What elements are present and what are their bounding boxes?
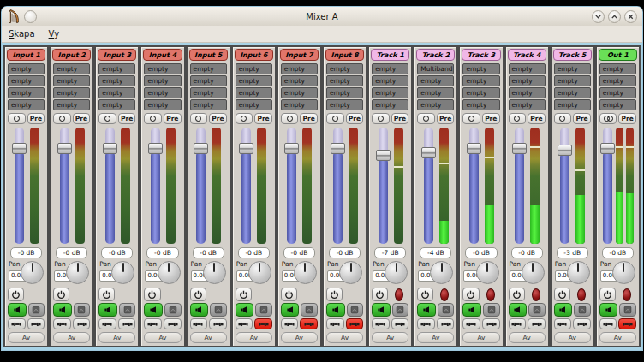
power-button[interactable] [417, 288, 433, 301]
volume-fader[interactable] [602, 128, 613, 244]
pan-knob[interactable] [567, 261, 590, 284]
plugin-slot[interactable]: empty [372, 87, 408, 98]
plugin-slot[interactable]: empty [53, 87, 90, 98]
input-plug-button[interactable] [281, 318, 299, 329]
fader-handle[interactable] [148, 143, 163, 154]
pan-knob[interactable] [66, 261, 89, 284]
pre-fader-button[interactable]: Pre [300, 113, 318, 124]
input-plug-button[interactable] [417, 318, 435, 329]
plugin-slot[interactable]: empty [599, 63, 636, 74]
power-button[interactable] [281, 288, 297, 301]
minimize-button[interactable] [592, 10, 605, 23]
mono-stereo-button[interactable] [417, 113, 435, 124]
monitor-button[interactable] [119, 303, 136, 317]
speaker-button[interactable] [554, 303, 573, 317]
volume-fader[interactable] [468, 128, 480, 244]
output-plug-button[interactable] [254, 318, 272, 329]
power-button[interactable] [599, 288, 616, 301]
monitor-button[interactable] [528, 303, 546, 317]
pan-knob[interactable] [522, 261, 545, 284]
record-button[interactable] [617, 288, 636, 301]
volume-fader[interactable] [59, 128, 70, 244]
plugin-slot[interactable]: empty [144, 63, 181, 74]
off-button[interactable]: Av [372, 332, 408, 343]
pan-knob[interactable] [612, 261, 635, 284]
input-plug-button[interactable] [236, 318, 253, 329]
plugin-slot[interactable]: empty [326, 75, 363, 86]
pre-fader-button[interactable]: Pre [391, 113, 409, 124]
speaker-button[interactable] [98, 303, 117, 317]
output-plug-button[interactable] [73, 318, 91, 329]
pan-knob[interactable] [476, 261, 499, 284]
power-button[interactable] [372, 288, 388, 301]
record-button[interactable] [435, 288, 454, 301]
monitor-button[interactable] [301, 303, 318, 317]
pan-knob[interactable] [248, 261, 271, 284]
mono-stereo-button[interactable] [599, 113, 617, 124]
input-plug-button[interactable] [190, 318, 208, 329]
speaker-button[interactable] [599, 303, 618, 317]
output-plug-button[interactable] [164, 318, 182, 329]
pan-knob[interactable] [21, 261, 44, 284]
plugin-slot[interactable]: empty [190, 75, 227, 86]
mono-stereo-button[interactable] [326, 113, 344, 124]
pan-knob[interactable] [294, 261, 317, 284]
speaker-button[interactable] [462, 303, 481, 317]
record-button[interactable] [572, 288, 591, 301]
fader-handle[interactable] [512, 143, 527, 154]
pre-fader-button[interactable]: Pre [164, 113, 182, 124]
plugin-slot[interactable]: empty [417, 75, 454, 86]
output-plug-button[interactable] [346, 318, 364, 329]
pre-fader-button[interactable]: Pre [27, 113, 45, 124]
fader-handle[interactable] [103, 143, 117, 154]
mono-stereo-button[interactable] [462, 113, 480, 124]
pan-knob[interactable] [203, 261, 226, 284]
monitor-button[interactable] [438, 303, 455, 317]
plugin-slot[interactable]: empty [190, 87, 227, 98]
output-plug-button[interactable] [437, 318, 455, 329]
output-plug-button[interactable] [482, 318, 500, 329]
pre-fader-button[interactable]: Pre [118, 113, 136, 124]
fader-handle[interactable] [57, 143, 72, 154]
off-button[interactable]: Av [554, 332, 591, 343]
plugin-slot[interactable]: empty [281, 87, 318, 98]
power-button[interactable] [462, 288, 479, 301]
input-plug-button[interactable] [326, 318, 344, 329]
volume-fader[interactable] [286, 128, 297, 244]
mono-stereo-button[interactable] [509, 113, 527, 124]
mono-stereo-button[interactable] [8, 113, 26, 124]
fader-handle[interactable] [239, 143, 253, 154]
pre-fader-button[interactable]: Pre [437, 113, 455, 124]
monitor-button[interactable] [574, 303, 591, 317]
plugin-slot[interactable]: empty [190, 99, 227, 110]
pan-knob[interactable] [158, 261, 181, 284]
off-button[interactable]: Av [417, 332, 454, 343]
plugin-slot[interactable]: empty [417, 99, 454, 110]
mono-stereo-button[interactable] [190, 113, 208, 124]
pre-fader-button[interactable]: Pre [573, 113, 591, 124]
plugin-slot[interactable]: empty [509, 87, 546, 98]
power-button[interactable] [8, 288, 24, 301]
monitor-button[interactable] [347, 303, 364, 317]
fader-handle[interactable] [421, 147, 436, 158]
plugin-slot[interactable]: empty [281, 63, 318, 74]
power-button[interactable] [190, 288, 206, 301]
off-button[interactable]: Av [8, 332, 45, 343]
pre-fader-button[interactable]: Pre [482, 113, 500, 124]
plugin-slot[interactable]: empty [372, 63, 408, 74]
off-button[interactable]: Av [326, 332, 363, 343]
plugin-slot[interactable]: empty [462, 75, 499, 86]
input-plug-button[interactable] [372, 318, 390, 329]
speaker-button[interactable] [281, 303, 300, 317]
speaker-button[interactable] [509, 303, 528, 317]
off-button[interactable]: Av [236, 332, 272, 343]
fader-handle[interactable] [331, 143, 345, 154]
plugin-slot[interactable]: empty [53, 63, 90, 74]
menu-item-skapa[interactable]: Skapa [9, 29, 35, 39]
pan-knob[interactable] [430, 261, 453, 284]
monitor-button[interactable] [28, 303, 45, 317]
volume-fader[interactable] [104, 128, 116, 244]
pre-fader-button[interactable]: Pre [254, 113, 272, 124]
mono-stereo-button[interactable] [144, 113, 162, 124]
fader-handle[interactable] [376, 150, 391, 161]
